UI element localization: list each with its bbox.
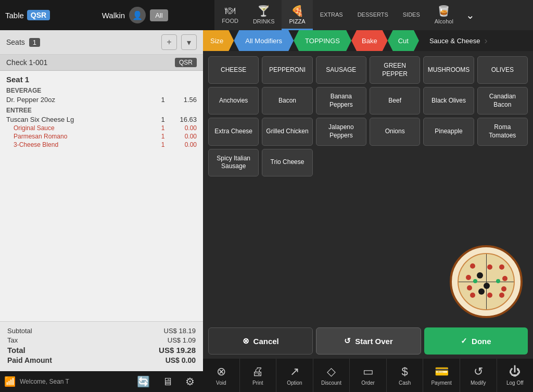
tab-drinks-label: DRINKS bbox=[253, 18, 275, 24]
register-button[interactable]: 🖥 bbox=[158, 374, 177, 390]
tab-alcohol-label: Alcohol bbox=[435, 18, 453, 24]
mod-tab-cut[interactable]: Cut bbox=[388, 30, 419, 51]
tab-pizza[interactable]: 🍕 PIZZA bbox=[282, 0, 312, 30]
topping-onions[interactable]: Onions bbox=[370, 118, 420, 145]
topping-pepperoni[interactable]: PEPPERONI bbox=[262, 56, 312, 84]
modifier-3cheese[interactable]: 3-Cheese Blend 1 0.00 bbox=[6, 141, 197, 148]
add-seat-button[interactable]: + bbox=[161, 34, 177, 50]
topping-extra-cheese[interactable]: Extra Cheese bbox=[208, 118, 259, 145]
done-button[interactable]: ✓ Done bbox=[424, 327, 528, 355]
func-order[interactable]: ▭ Order bbox=[350, 359, 387, 392]
total-value: US$ 19.28 bbox=[159, 346, 196, 355]
tab-sides[interactable]: SIDES bbox=[396, 0, 427, 30]
olive-dot-1 bbox=[477, 272, 483, 279]
payment-label: Payment bbox=[431, 380, 451, 386]
cancel-button[interactable]: ⊗ Cancel bbox=[208, 327, 313, 355]
alcohol-icon: 🥃 bbox=[437, 5, 450, 17]
func-void[interactable]: ⊗ Void bbox=[203, 359, 240, 392]
modifier-original-sauce[interactable]: Original Sauce 1 0.00 bbox=[6, 124, 197, 132]
left-bottom-bar: 📶 Welcome, Sean T 🔄 🖥 ⚙ bbox=[0, 371, 203, 392]
topping-banana-peppers[interactable]: Banana Peppers bbox=[316, 87, 366, 115]
modifier-price: 0.00 bbox=[171, 124, 197, 132]
modifier-qty: 1 bbox=[155, 133, 171, 140]
topping-mushrooms[interactable]: MUSHROOMS bbox=[423, 56, 474, 84]
start-over-button[interactable]: ↺ Start Over bbox=[316, 327, 421, 355]
func-cash[interactable]: $ Cash bbox=[387, 359, 424, 392]
tab-desserts[interactable]: DESSERTS bbox=[350, 0, 396, 30]
mod-tab-bake[interactable]: Bake bbox=[351, 30, 388, 51]
more-tabs-button[interactable]: ⌄ bbox=[461, 0, 480, 30]
order-label: Order bbox=[361, 380, 375, 386]
tab-drinks[interactable]: 🍸 DRINKS bbox=[246, 0, 282, 30]
topping-canadian-bacon[interactable]: Canadian Bacon bbox=[477, 87, 528, 115]
cash-icon: $ bbox=[401, 365, 408, 378]
modify-label: Modify bbox=[471, 380, 486, 386]
refresh-button[interactable]: 🔄 bbox=[133, 373, 154, 390]
topping-olives[interactable]: OLIVES bbox=[477, 56, 528, 84]
topping-pineapple[interactable]: Pineapple bbox=[423, 118, 474, 145]
seats-label: Seats bbox=[6, 38, 25, 46]
order-item-dr-pepper[interactable]: Dr. Pepper 20oz 1 1.56 bbox=[6, 96, 197, 104]
topping-jalapeno-peppers[interactable]: Jalapeno Peppers bbox=[316, 118, 366, 145]
order-icon: ▭ bbox=[363, 365, 374, 378]
topping-beef[interactable]: Beef bbox=[370, 87, 420, 115]
item-name: Tuscan Six Cheese Lg bbox=[6, 116, 155, 123]
func-modify[interactable]: ↺ Modify bbox=[460, 359, 497, 392]
mod-tab-toppings[interactable]: TOPPINGS bbox=[294, 30, 351, 51]
order-list: Seat 1 BEVERAGE Dr. Pepper 20oz 1 1.56 E… bbox=[0, 71, 203, 321]
wifi-icon: 📶 bbox=[4, 376, 16, 387]
tab-food[interactable]: 🍽 FOOD bbox=[214, 0, 246, 30]
item-name: Dr. Pepper 20oz bbox=[6, 96, 155, 104]
done-icon: ✓ bbox=[461, 336, 467, 346]
void-label: Void bbox=[216, 380, 226, 386]
modifier-parmesan[interactable]: Parmesan Romano 1 0.00 bbox=[6, 133, 197, 140]
settings-button[interactable]: ⚙ bbox=[181, 373, 199, 390]
logoff-icon: ⏻ bbox=[509, 365, 521, 378]
tab-extras[interactable]: EXTRAS bbox=[313, 0, 350, 30]
user-icon-button[interactable]: 👤 bbox=[129, 7, 146, 23]
qsr-badge: QSR bbox=[27, 10, 50, 20]
topping-cheese[interactable]: CHEESE bbox=[208, 56, 259, 84]
order-item-pizza[interactable]: Tuscan Six Cheese Lg 1 16.63 bbox=[6, 116, 197, 123]
func-print[interactable]: 🖨 Print bbox=[240, 359, 277, 392]
func-payment[interactable]: 💳 Payment bbox=[423, 359, 460, 392]
tab-sides-label: SIDES bbox=[403, 11, 420, 18]
walkin-label: Walkin bbox=[102, 11, 125, 20]
start-over-icon: ↺ bbox=[344, 336, 351, 346]
category-entree: ENTREE bbox=[6, 107, 197, 114]
mod-tab-sauce[interactable]: Sauce & Cheese › bbox=[419, 30, 533, 51]
paid-row: Paid Amount US$ 0.00 bbox=[7, 356, 196, 364]
topping-roma-tomatoes[interactable]: Roma Tomatoes bbox=[477, 118, 528, 145]
olive-dot-2 bbox=[484, 283, 490, 289]
all-button[interactable]: All bbox=[150, 9, 168, 21]
topping-green-pepper[interactable]: GREEN PEPPER bbox=[370, 56, 420, 84]
top-navigation: Table QSR Walkin 👤 All 🍽 FOOD 🍸 DRINKS 🍕… bbox=[0, 0, 533, 30]
topping-dot-8 bbox=[470, 293, 475, 298]
func-option[interactable]: ↗ Option bbox=[276, 359, 313, 392]
function-bar: ⊗ Void 🖨 Print ↗ Option ◇ Discount ▭ Ord… bbox=[203, 359, 533, 392]
pizza-icon: 🍕 bbox=[291, 5, 304, 17]
mod-tab-all-modifiers[interactable]: All Modifiers bbox=[234, 30, 294, 51]
func-logoff[interactable]: ⏻ Log Off bbox=[497, 359, 534, 392]
table-label-area: Table QSR bbox=[0, 0, 55, 30]
topping-black-olives[interactable]: Black Olives bbox=[423, 87, 474, 115]
topping-spicy-italian-sausage[interactable]: Spicy Italian Sausage bbox=[208, 149, 259, 176]
expand-seats-button[interactable]: ▾ bbox=[181, 34, 197, 50]
item-qty: 1 bbox=[155, 116, 171, 123]
tab-food-label: FOOD bbox=[222, 18, 238, 24]
subtotal-row: Subtotal US$ 18.19 bbox=[7, 327, 196, 335]
topping-trio-cheese[interactable]: Trio Cheese bbox=[262, 149, 312, 176]
topping-sausage[interactable]: SAUSAGE bbox=[316, 56, 366, 84]
table-text: Table bbox=[5, 11, 24, 20]
func-discount[interactable]: ◇ Discount bbox=[313, 359, 350, 392]
tab-alcohol[interactable]: 🥃 Alcohol bbox=[427, 0, 461, 30]
topping-anchovies[interactable]: Anchovies bbox=[208, 87, 259, 115]
modifier-tabs: Size All Modifiers TOPPINGS Bake Cut Sau… bbox=[203, 30, 533, 51]
drinks-icon: 🍸 bbox=[257, 5, 270, 17]
print-label: Print bbox=[252, 380, 263, 386]
topping-bacon[interactable]: Bacon bbox=[262, 87, 312, 115]
modifier-price: 0.00 bbox=[171, 141, 197, 148]
food-icon: 🍽 bbox=[225, 5, 235, 17]
mod-tab-size[interactable]: Size bbox=[203, 30, 234, 51]
topping-grilled-chicken[interactable]: Grilled Chicken bbox=[262, 118, 312, 145]
